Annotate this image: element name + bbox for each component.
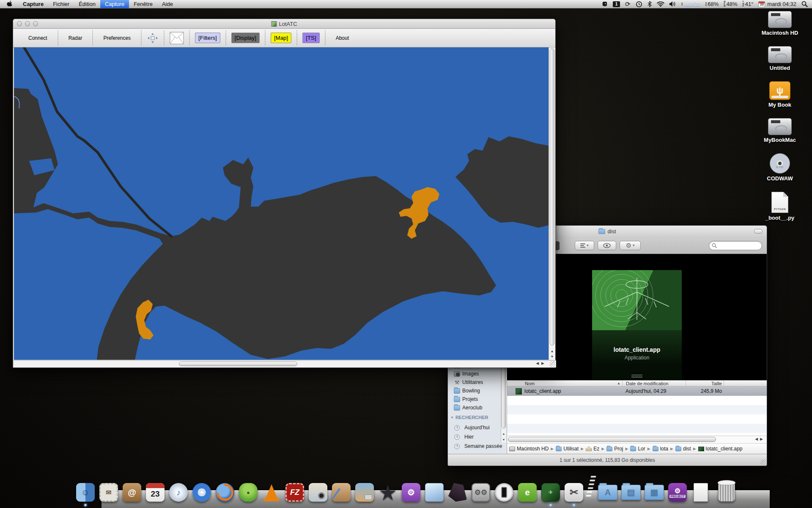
dock-lotatc-icon[interactable]: ✈	[541, 483, 560, 502]
toolbar-toggle-button[interactable]	[754, 229, 763, 234]
sidebar-search-header[interactable]: ▼ RECHERCHER	[448, 412, 507, 423]
dock-finder-icon[interactable]: ☺	[76, 483, 95, 502]
dock-documents-stack-icon[interactable]	[691, 483, 710, 502]
scrollbar-thumb[interactable]	[508, 437, 716, 442]
column-header-nom[interactable]: Nom ▲	[507, 381, 622, 386]
map-button[interactable]: [Map]	[271, 33, 291, 43]
sidebar-item-projets[interactable]: Projets	[448, 395, 507, 403]
filters-button[interactable]: [Filters]	[195, 33, 220, 43]
wifi-menu-icon[interactable]	[657, 0, 664, 8]
sidebar-item-utilitaires[interactable]: ⚒ Utilitaires	[448, 378, 507, 387]
view-options-button[interactable]: ▾	[575, 241, 594, 250]
breadcrumb-macintosh-hd[interactable]: Macintosh HD	[509, 446, 549, 452]
coverflow-preview-image[interactable]	[592, 270, 682, 330]
sidebar-item-images[interactable]: Images	[448, 370, 507, 378]
sync-menu-icon[interactable]: ⟳	[625, 0, 631, 8]
istat-hd[interactable]: HD 68%	[705, 0, 719, 8]
sidebar-item-bowling[interactable]: Bowling	[448, 387, 507, 395]
scroll-down-arrow[interactable]: ▼	[501, 438, 506, 441]
dock-photo-editor-icon[interactable]	[332, 483, 351, 502]
dock-imovie-icon[interactable]: ★	[378, 483, 398, 502]
menu-clock[interactable]: 23 mardi 04:32	[758, 0, 796, 8]
map-vertical-scrollbar[interactable]: ▲ ▼	[549, 47, 555, 360]
dock-safari-icon[interactable]: ✦	[192, 483, 211, 502]
desktop-icon-codwaw[interactable]: CODWAW	[767, 153, 793, 182]
spaces-menu-icon[interactable]: 1	[613, 0, 620, 8]
apple-menu-icon[interactable]	[0, 1, 18, 7]
scroll-arrows[interactable]: ◀▶	[536, 361, 547, 365]
dock-purple-gear-app-icon[interactable]: ⚙	[401, 483, 421, 502]
action-button[interactable]: ⚙ ▾	[620, 241, 641, 250]
message-button[interactable]	[170, 32, 184, 44]
list-horizontal-scrollbar[interactable]: ◀▶	[507, 436, 767, 443]
breadcrumb-home[interactable]: Ez	[586, 446, 599, 452]
dock-movies-folder-icon[interactable]: ▦	[645, 483, 664, 502]
time-machine-menu-icon[interactable]	[636, 0, 642, 8]
dock-vlc-icon[interactable]	[262, 483, 281, 502]
sidebar-item-aujourdhui[interactable]: Aujourd'hui	[448, 423, 507, 432]
breadcrumb-lotatc-client[interactable]: lotatc_client.app	[698, 446, 743, 452]
desktop-icon-macintosh-hd[interactable]: Macintosh HD	[762, 11, 798, 36]
dock-cube-app-icon[interactable]	[425, 483, 444, 502]
column-header-date[interactable]: Date de modification	[622, 381, 686, 386]
scroll-down-arrow[interactable]: ▼	[549, 355, 555, 359]
display-button[interactable]: [Display]	[231, 33, 260, 43]
resize-grip[interactable]	[550, 361, 556, 367]
menu-fichier[interactable]: Fichier	[48, 0, 74, 8]
scrollbar-thumb[interactable]	[550, 48, 554, 345]
file-row-selected[interactable]: lotatc_client.app Aujourd'hui, 04:29 245…	[507, 387, 767, 396]
dock-film-shard-app-icon[interactable]	[448, 483, 467, 502]
dock-address-book-icon[interactable]: @	[122, 483, 142, 502]
dock-capture-icon[interactable]: ✂	[564, 483, 584, 502]
lotatc-title-bar[interactable]: LotATC	[13, 19, 555, 29]
volume-menu-icon[interactable]	[669, 0, 676, 8]
resize-grip[interactable]	[760, 459, 766, 465]
dock-iphone-app-icon[interactable]	[494, 483, 514, 502]
column-header-taille[interactable]: Taille	[686, 381, 724, 386]
dock-preview-icon[interactable]	[308, 483, 328, 502]
dock-trash-icon[interactable]	[717, 483, 736, 502]
desktop-icon-mybookmac[interactable]: MyBookMac	[764, 118, 796, 143]
dock-mail-icon[interactable]: ✉	[99, 483, 118, 502]
scroll-up-arrow[interactable]: ▲	[549, 349, 555, 353]
sidebar-item-hier[interactable]: Hier	[448, 432, 507, 442]
menu-edition[interactable]: Édition	[74, 0, 100, 8]
search-input[interactable]	[709, 241, 762, 250]
sidebar-scrollbar[interactable]: ▲ ▼	[501, 365, 506, 443]
breadcrumb-projets[interactable]: Proj	[606, 446, 623, 452]
coverflow-resize-handle[interactable]	[631, 375, 642, 378]
desktop-icon-untitled[interactable]: Untitled	[768, 46, 792, 71]
breadcrumb-utilisateurs[interactable]: Utilisat	[556, 446, 579, 452]
scroll-arrows[interactable]: ◀▶	[755, 437, 765, 441]
about-button[interactable]: About	[331, 33, 354, 43]
dock-applications-folder-icon[interactable]: A	[598, 483, 617, 502]
scrollbar-thumb[interactable]	[179, 362, 297, 366]
dock-cyberduck-icon[interactable]: ●	[239, 483, 258, 502]
sidebar-item-semaine-passee[interactable]: Semaine passée	[448, 442, 507, 451]
dock-itunes-icon[interactable]: ♪	[169, 483, 188, 502]
menu-aide[interactable]: Aide	[157, 0, 178, 8]
dock-firefox-icon[interactable]	[215, 483, 235, 502]
breadcrumb-dist[interactable]: dist	[675, 446, 691, 452]
dock-ical-icon[interactable]: 23	[145, 483, 165, 502]
desktop-icon-my-book[interactable]: ψ My Book	[768, 81, 791, 108]
dock-project-file-icon[interactable]: ⚙ PROJECT	[668, 483, 687, 502]
dock-system-utility-icon[interactable]: ⚙⚙	[471, 483, 491, 502]
zoom-button[interactable]	[33, 21, 38, 26]
breadcrumb-lor[interactable]: Lor	[630, 446, 645, 452]
radar-button[interactable]: Radar	[63, 33, 88, 43]
istat-tmp[interactable]: TMP 41°	[743, 0, 754, 8]
close-button[interactable]	[17, 21, 22, 26]
menu-app-name[interactable]: Capture	[18, 0, 48, 8]
evernote-menu-icon[interactable]	[601, 0, 608, 8]
dock-evernote-icon[interactable]: e	[518, 483, 537, 502]
preferences-button[interactable]: Preferences	[98, 33, 136, 43]
coverflow-view-segment[interactable]	[555, 241, 560, 250]
breadcrumb-lota[interactable]: lota	[653, 446, 668, 452]
scroll-up-arrow[interactable]: ▲	[501, 432, 506, 435]
dock-iphoto-icon[interactable]	[355, 483, 374, 502]
bluetooth-menu-icon[interactable]	[647, 0, 652, 8]
network-graph-menu-icon[interactable]: ▲▼	[681, 0, 700, 8]
pan-move-button[interactable]	[147, 32, 159, 44]
map-horizontal-scrollbar[interactable]: ◀▶	[14, 360, 556, 367]
